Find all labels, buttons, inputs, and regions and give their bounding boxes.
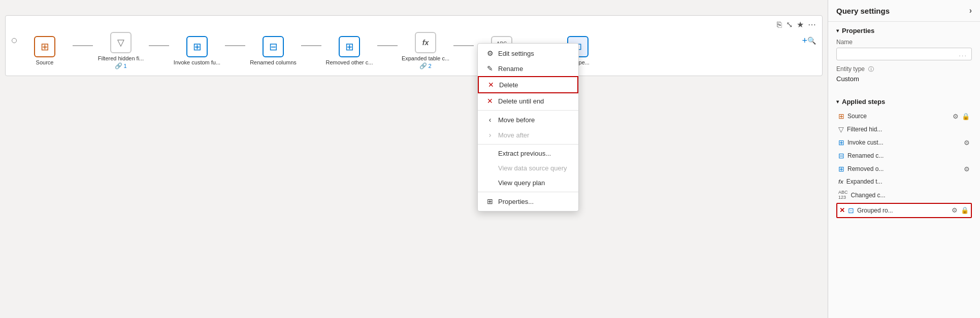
applied-steps-chevron: ▾ [836, 99, 839, 104]
add-step-button[interactable]: + [802, 36, 807, 46]
applied-step-removed-icon: ⊞ [838, 165, 844, 173]
step-label-invoke: Invoke custom fu... [174, 59, 220, 65]
applied-step-expanded[interactable]: fx Expanded t... [836, 175, 972, 188]
applied-step-removed-gear[interactable]: ⚙ [964, 165, 970, 173]
applied-steps-list: ⊞ Source ⚙ 🔒 ▽ Filtered hid... ⊞ Invoke … [836, 110, 972, 218]
panel-title: Query settings [836, 7, 890, 15]
step-icon-invoke[interactable]: ⊞ [186, 36, 208, 57]
delete-until-end-icon: ✕ [486, 97, 494, 105]
applied-step-invoke-name: Invoke cust... [847, 139, 961, 146]
menu-item-edit-settings[interactable]: ⚙ Edit settings [478, 46, 578, 61]
step-label-expanded: Expanded table c... [402, 55, 449, 61]
menu-item-delete-until-end[interactable]: ✕ Delete until end [478, 93, 578, 109]
step-link-filtered[interactable]: 🔗 1 [115, 62, 126, 69]
applied-step-source[interactable]: ⊞ Source ⚙ 🔒 [836, 110, 972, 123]
move-after-icon: › [486, 131, 494, 139]
applied-step-source-name: Source [847, 113, 950, 120]
search-step-icon[interactable]: 🔍 [807, 37, 816, 45]
step-label-source: Source [36, 59, 54, 65]
menu-item-delete[interactable]: ✕ Delete [478, 76, 578, 93]
pipeline-step-removed[interactable]: ⊞ Removed other c... [321, 36, 377, 65]
applied-steps-header[interactable]: ▾ Applied steps [836, 98, 972, 105]
step-link-expanded[interactable]: 🔗 2 [419, 62, 431, 69]
applied-step-filtered[interactable]: ▽ Filtered hid... [836, 123, 972, 136]
resize-icon[interactable]: ⤡ [786, 20, 793, 29]
panel-header: Query settings › [828, 0, 980, 22]
step-label-renamed: Renamed columns [250, 59, 297, 65]
applied-step-renamed-name: Renamed c... [847, 152, 970, 159]
menu-item-rename[interactable]: ✎ Rename [478, 61, 578, 76]
rename-icon: ✎ [486, 64, 494, 73]
applied-step-removed-name: Removed o... [847, 165, 961, 172]
step-icon-renamed[interactable]: ⊟ [263, 36, 284, 57]
edit-settings-icon: ⚙ [486, 49, 494, 57]
connector-2 [149, 45, 169, 46]
pipeline-step-source[interactable]: ⊞ Source [17, 36, 73, 65]
name-more-button[interactable]: ... [959, 50, 967, 58]
applied-step-grouped-name: Grouped ro... [857, 207, 949, 214]
properties-section-header[interactable]: ▾ Properties [836, 27, 972, 34]
name-field-label: Name [836, 39, 972, 46]
applied-step-changed[interactable]: ABC123 Changed c... [836, 188, 972, 203]
properties-label: Properties [842, 27, 874, 34]
applied-step-grouped-lock[interactable]: 🔒 [961, 206, 969, 214]
pipeline-step-filtered[interactable]: ▽ Filtered hidden fi... 🔗 1 [93, 32, 149, 69]
pipeline-step-expanded[interactable]: fx Expanded table c... 🔗 2 [398, 32, 453, 69]
applied-step-changed-icon: ABC123 [838, 190, 848, 200]
applied-step-changed-name: Changed c... [851, 192, 970, 199]
menu-item-move-after: › Move after [478, 127, 578, 143]
entity-type-info-icon: ⓘ [868, 66, 874, 72]
applied-step-invoke[interactable]: ⊞ Invoke cust... ⚙ [836, 136, 972, 149]
applied-step-filtered-name: Filtered hid... [847, 126, 970, 133]
menu-divider-2 [478, 144, 578, 145]
delete-icon: ✕ [487, 81, 495, 89]
pipeline-bar: ⎘ ⤡ ★ ⋯ ⊞ Source ▽ Filtered hidden fi.. [5, 15, 823, 76]
applied-steps-section: ▾ Applied steps ⊞ Source ⚙ 🔒 ▽ Filtered … [828, 93, 980, 223]
applied-step-invoke-icon: ⊞ [838, 138, 844, 147]
applied-step-expanded-icon: fx [838, 179, 843, 185]
pipeline-steps: ⊞ Source ▽ Filtered hidden fi... 🔗 1 [17, 32, 802, 69]
menu-item-properties[interactable]: ⊞ Properties... [478, 194, 578, 209]
applied-step-renamed[interactable]: ⊟ Renamed c... [836, 149, 972, 162]
applied-step-grouped-gear[interactable]: ⚙ [952, 206, 958, 214]
share-icon[interactable]: ⎘ [777, 20, 782, 29]
connector-6 [453, 45, 474, 46]
menu-item-extract-previous[interactable]: Extract previous... [478, 146, 578, 161]
context-menu: ⚙ Edit settings ✎ Rename ✕ Delete ✕ Dele… [477, 43, 579, 211]
applied-step-grouped[interactable]: ✕ ⊡ Grouped ro... ⚙ 🔒 [836, 203, 972, 218]
panel-collapse-button[interactable]: › [969, 6, 972, 15]
applied-step-source-lock[interactable]: 🔒 [962, 113, 970, 120]
applied-steps-label: Applied steps [842, 98, 885, 105]
applied-step-source-gear[interactable]: ⚙ [953, 113, 959, 120]
connector-1 [73, 45, 93, 46]
step-label-removed: Removed other c... [326, 59, 373, 65]
step-icon-filtered[interactable]: ▽ [110, 32, 132, 53]
step-label-filtered: Filtered hidden fi... [98, 55, 144, 61]
applied-step-renamed-icon: ⊟ [838, 152, 844, 160]
pipeline-step-renamed[interactable]: ⊟ Renamed columns [245, 36, 301, 65]
step-icon-source[interactable]: ⊞ [34, 36, 55, 57]
properties-chevron: ▾ [836, 28, 839, 33]
connector-3 [225, 45, 245, 46]
step-icon-removed[interactable]: ⊞ [339, 36, 360, 57]
applied-step-grouped-error-icon: ✕ [839, 206, 845, 214]
applied-step-source-icon: ⊞ [838, 112, 844, 120]
menu-item-view-query-plan[interactable]: View query plan [478, 175, 578, 190]
step-icon-expanded[interactable]: fx [415, 32, 436, 53]
applied-step-removed[interactable]: ⊞ Removed o... ⚙ [836, 162, 972, 175]
star-icon[interactable]: ★ [797, 20, 804, 29]
applied-step-invoke-gear[interactable]: ⚙ [964, 139, 970, 147]
pipeline-step-invoke[interactable]: ⊞ Invoke custom fu... [169, 36, 225, 65]
applied-step-expanded-name: Expanded t... [846, 178, 970, 185]
entity-type-label: Entity type ⓘ [836, 65, 972, 73]
connector-5 [377, 45, 398, 46]
pipeline-top-icons: ⎘ ⤡ ★ ⋯ [777, 20, 816, 29]
applied-step-filtered-icon: ▽ [838, 125, 844, 133]
more-icon[interactable]: ⋯ [808, 20, 816, 29]
menu-item-move-before[interactable]: ‹ Move before [478, 112, 578, 127]
entity-type-value: Custom [836, 75, 972, 83]
name-field[interactable]: ... [836, 48, 972, 60]
move-before-icon: ‹ [486, 116, 494, 124]
query-settings-panel: Query settings › ▾ Properties Name ... E… [828, 0, 980, 318]
main-area: ⎘ ⤡ ★ ⋯ ⊞ Source ▽ Filtered hidden fi.. [0, 0, 828, 318]
